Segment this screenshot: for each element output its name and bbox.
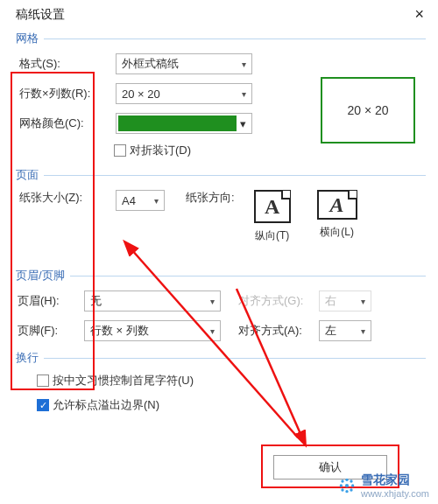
chevron-down-icon: ▾ (210, 326, 215, 336)
chevron-down-icon: ▾ (237, 117, 250, 130)
footer-label: 页脚(F): (18, 323, 84, 339)
orient-label: 纸张方向: (186, 190, 235, 206)
pagesize-select[interactable]: A4 ▾ (116, 190, 165, 211)
rowscols-value: 20 × 20 (122, 88, 160, 101)
svg-point-7 (350, 480, 352, 482)
svg-point-3 (345, 490, 348, 493)
section-grid-title: 网格 (16, 31, 39, 46)
svg-point-5 (351, 484, 354, 486)
chevron-down-icon: ▾ (210, 297, 215, 306)
orient-portrait-button[interactable]: A (254, 190, 291, 223)
orient-landscape-label: 横向(L) (320, 225, 354, 240)
orient-landscape-button[interactable]: A (317, 190, 357, 220)
section-page-title: 页面 (16, 167, 39, 183)
cjk-checkbox[interactable] (37, 374, 49, 387)
chevron-down-icon: ▾ (361, 326, 365, 336)
header-value: 无 (90, 293, 102, 309)
svg-point-9 (350, 488, 352, 491)
header-label: 页眉(H): (18, 293, 84, 309)
gridcolor-label: 网格颜色(C): (18, 116, 116, 131)
footer-value: 行数 × 列数 (90, 323, 149, 339)
format-value: 外框式稿纸 (122, 56, 179, 72)
fold-checkbox[interactable] (114, 144, 126, 157)
align-g-label: 对齐方式(G): (238, 293, 319, 309)
align-a-label: 对齐方式(A): (238, 323, 319, 339)
align-a-value: 左 (325, 323, 336, 339)
header-select[interactable]: 无 ▾ (84, 290, 221, 312)
landscape-glyph: A (330, 193, 344, 217)
footer-select[interactable]: 行数 × 列数 ▾ (84, 320, 221, 341)
page-fold-icon (281, 191, 290, 200)
grid-preview: 20 × 20 (321, 77, 415, 144)
align-g-select: 右 ▾ (319, 290, 371, 312)
divider (44, 175, 426, 176)
color-swatch (118, 116, 237, 131)
grid-preview-text: 20 × 20 (347, 103, 388, 117)
orient-portrait-label: 纵向(T) (255, 228, 289, 243)
chevron-down-icon: ▾ (242, 60, 246, 69)
format-select[interactable]: 外框式稿纸 ▾ (116, 53, 252, 74)
overflow-checkbox[interactable]: ✓ (37, 399, 49, 411)
svg-point-2 (345, 479, 348, 481)
chevron-down-icon: ▾ (361, 297, 365, 306)
ok-button-label: 确认 (319, 460, 342, 473)
overflow-label: 允许标点溢出边界(N) (53, 397, 159, 413)
watermark-url: www.xhjaty.com (361, 488, 429, 499)
chevron-down-icon: ▾ (242, 89, 246, 99)
watermark-brand: 雪花家园 (361, 472, 410, 486)
fold-label: 对折装订(D) (130, 143, 191, 158)
portrait-glyph: A (265, 195, 279, 219)
svg-point-6 (341, 480, 343, 482)
section-hf-title: 页眉/页脚 (16, 268, 65, 284)
cjk-label: 按中文习惯控制首尾字符(U) (53, 373, 194, 388)
section-wrap-title: 换行 (16, 350, 39, 366)
chevron-down-icon: ▾ (154, 196, 159, 206)
align-g-value: 右 (325, 293, 336, 309)
watermark: 雪花家园 www.xhjaty.com (338, 472, 429, 499)
format-label: 格式(S): (18, 56, 116, 72)
divider (70, 276, 426, 276)
pagesize-label: 纸张大小(Z): (18, 190, 116, 206)
close-icon[interactable]: × (411, 5, 427, 24)
svg-point-4 (340, 484, 343, 486)
pagesize-value: A4 (122, 194, 136, 207)
dialog-title: 稿纸设置 (16, 7, 65, 23)
rowscols-label: 行数×列数(R): (18, 86, 116, 102)
gridcolor-select[interactable]: ▾ (116, 113, 252, 134)
divider (44, 38, 426, 39)
page-fold-icon (348, 191, 357, 200)
svg-point-8 (341, 488, 343, 491)
align-a-select[interactable]: 左 ▾ (319, 320, 371, 341)
snowflake-icon (338, 477, 356, 494)
rowscols-select[interactable]: 20 × 20 ▾ (116, 83, 252, 104)
svg-point-10 (345, 484, 349, 487)
divider (44, 358, 426, 359)
